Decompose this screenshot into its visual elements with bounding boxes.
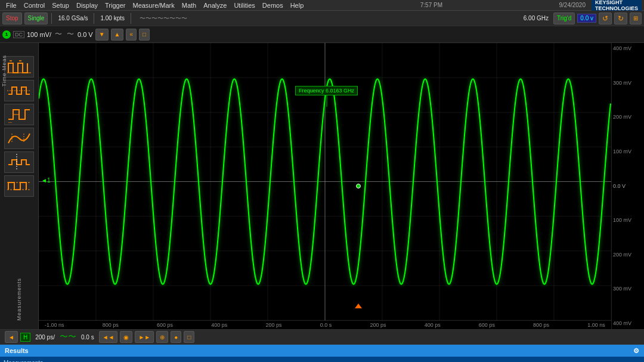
scale-val-7: 300 mV: [613, 286, 643, 292]
waveform-shape-icon: 〜: [54, 29, 63, 39]
time-axis-label-0: -1.00 ns: [45, 322, 64, 328]
channel-up-button[interactable]: ▲: [111, 29, 124, 41]
record-button[interactable]: ●: [171, 331, 181, 343]
menu-analyze[interactable]: Analyze: [200, 2, 230, 9]
toolbar-right: 6.00 GHz Trig'd 0.0 v ↺ ↻ ⊞: [521, 13, 642, 24]
right-scale: 400 mV 300 mV 200 mV 100 mV 0.0 V 100 mV…: [611, 43, 644, 329]
channel-strip: 1 DC 100 mV/ 〜 〜 0.0 V ▼ ▲ « □: [0, 26, 644, 43]
h-nav-left-button[interactable]: ◄◄: [99, 331, 118, 343]
bottom-toolbar: ◄ H 200 ps/ 〜〜 0.0 s ◄◄ ◉ ►► ⊕ ● □: [0, 329, 644, 345]
menu-bar: File Control Setup Display Trigger Measu…: [0, 0, 644, 11]
h-nav-right-button[interactable]: ►►: [135, 331, 154, 343]
horizontal-scale-display: H: [20, 333, 30, 342]
sine-icon: 〜〜: [60, 332, 76, 342]
waveform-shape2-icon: 〜: [66, 29, 75, 39]
zoom-button[interactable]: ⊕: [156, 331, 168, 343]
time-axis: -1.00 ns 800 ps 600 ps 400 ps 200 ps 0.0…: [39, 320, 611, 329]
expand-button[interactable]: □: [184, 331, 194, 343]
time-meas-label: Time Meas: [1, 55, 7, 86]
extra-button[interactable]: ⊞: [630, 13, 642, 24]
time-axis-label-8: 600 ps: [479, 322, 495, 328]
channel-indicator: 1: [2, 30, 11, 39]
menu-control[interactable]: Control: [20, 2, 48, 9]
toolbar-separator-3: [131, 13, 131, 24]
results-settings-icon[interactable]: ⚙: [633, 347, 639, 355]
channel-menu-button[interactable]: ▼: [95, 29, 109, 41]
results-panel: Results ⚙ Measurements Measurement Curre…: [0, 345, 644, 362]
sample-rate-display: 16.0 GSa/s: [55, 15, 90, 21]
meas-icon-6[interactable]: [4, 175, 34, 197]
voltage-display: 0.0 v: [577, 14, 596, 23]
time-axis-label-2: 600 ps: [157, 322, 173, 328]
oscilloscope-canvas: [39, 43, 611, 320]
meas-icon-5[interactable]: [4, 151, 34, 173]
menu-measure-mark[interactable]: Measure/Mark: [129, 2, 178, 9]
results-title: Results: [5, 347, 29, 354]
measurements-label-row: Measurements: [0, 357, 644, 362]
meas-icon-4[interactable]: [4, 128, 34, 149]
run-stop-button[interactable]: Stop: [2, 13, 22, 24]
scale-val-8: 400 mV: [613, 320, 643, 327]
channel-expand-button[interactable]: □: [139, 29, 150, 41]
menu-demos[interactable]: Demos: [259, 2, 287, 9]
channel-add-button[interactable]: «: [126, 29, 137, 41]
single-button[interactable]: Single: [24, 13, 48, 24]
time-marker-triangle: [355, 304, 362, 308]
freq-right-display: 6.00 GHz: [521, 15, 551, 21]
time-axis-label-5: 0.0 s: [320, 322, 332, 328]
meas-icon-3[interactable]: [4, 104, 34, 125]
menu-file[interactable]: File: [2, 2, 20, 9]
channel-scale: 100 mV/: [27, 31, 51, 38]
time-axis-label-9: 800 ps: [533, 322, 549, 328]
toolbar: Stop Single 16.0 GSa/s 1.00 kpts 〜〜〜〜〜〜〜…: [0, 11, 644, 26]
h-nav-center-button[interactable]: ◉: [120, 331, 132, 343]
menu-help[interactable]: Help: [287, 2, 308, 9]
redo-button[interactable]: ↻: [614, 13, 627, 24]
nav-left-button[interactable]: ◄: [5, 331, 18, 343]
time-axis-label-4: 200 ps: [265, 322, 281, 328]
channel-offset: 0.0 V: [78, 31, 93, 38]
system-time: 7:57 PM: [417, 2, 446, 8]
scale-val-2: 200 mV: [613, 114, 643, 120]
meas-icon-1[interactable]: [4, 56, 34, 78]
dc-coupling-label: DC: [13, 31, 24, 38]
waveform-preview: 〜〜〜〜〜〜〜〜: [135, 14, 192, 23]
time-axis-label-6: 200 ps: [370, 322, 386, 328]
channel-marker: ◄1: [41, 177, 50, 184]
measurements-sidebar-label: Measurements: [16, 278, 22, 321]
toolbar-separator-1: [51, 13, 52, 24]
menu-utilities[interactable]: Utilities: [230, 2, 258, 9]
horizontal-offset-value: 0.0 s: [79, 334, 97, 341]
scale-val-6: 200 mV: [613, 252, 643, 258]
undo-button[interactable]: ↺: [599, 13, 612, 24]
scale-val-5: 100 mV: [613, 217, 643, 224]
time-axis-label-1: 800 ps: [103, 322, 119, 328]
oscilloscope-screen[interactable]: Frequency 6.0163 GHz ◄1: [39, 43, 611, 320]
time-axis-label-3: 400 ps: [211, 322, 227, 328]
time-axis-label-7: 400 ps: [425, 322, 441, 328]
scale-val-4: 0.0 V: [613, 183, 643, 190]
trig-status-button[interactable]: Trig'd: [553, 13, 575, 24]
time-axis-label-10: 1.00 ns: [587, 322, 605, 328]
meas-icon-2[interactable]: [4, 80, 34, 101]
scale-val-1: 300 mV: [613, 80, 643, 86]
menu-trigger[interactable]: Trigger: [101, 2, 129, 9]
osc-screen-container: Frequency 6.0163 GHz ◄1 -1.00 ns 800 ps …: [39, 43, 611, 329]
marker-dot: [356, 184, 361, 188]
system-date: 9/24/2020: [555, 2, 589, 8]
left-sidebar: Time Meas: [0, 43, 39, 329]
scale-val-3: 100 mV: [613, 148, 643, 155]
measurements-section: Measurements Measurement Current Mean Mi…: [0, 357, 644, 362]
results-header: Results ⚙: [0, 345, 644, 357]
meas-icons-container: [4, 56, 34, 197]
menu-math[interactable]: Math: [178, 2, 200, 9]
keysight-logo: KEYSIGHTTECHNOLOGIES: [592, 0, 642, 11]
toolbar-separator-2: [94, 13, 94, 24]
menu-display[interactable]: Display: [73, 2, 101, 9]
menu-setup[interactable]: Setup: [48, 2, 73, 9]
scale-val-0: 400 mV: [613, 45, 643, 52]
measurements-section-label: Measurements: [4, 360, 43, 363]
horizontal-scale-value: 200 ps/: [33, 334, 57, 341]
oscilloscope-area: Time Meas: [0, 43, 644, 329]
points-display: 1.00 kpts: [98, 15, 127, 21]
